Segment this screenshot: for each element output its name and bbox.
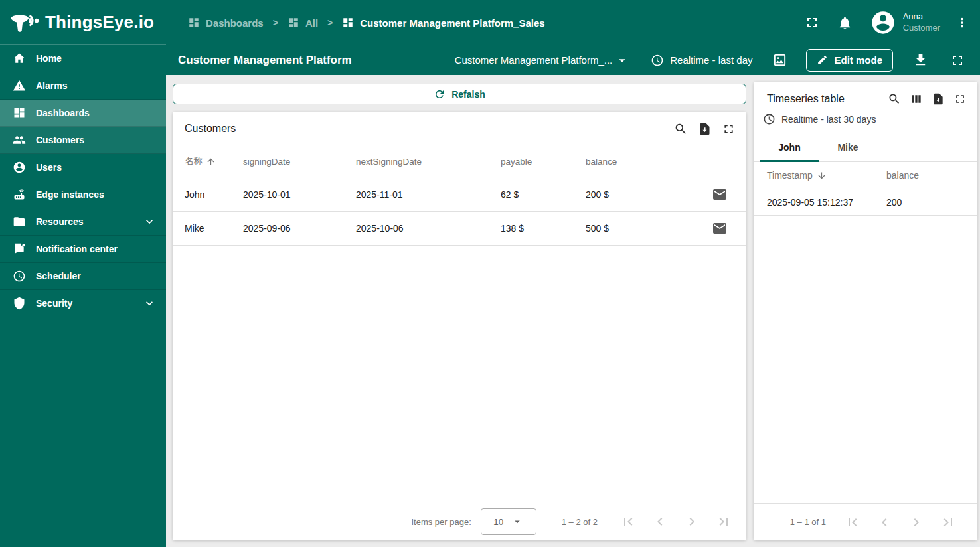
widget-fullscreen-icon[interactable] [722,122,736,136]
export-file-icon[interactable] [932,92,945,106]
sidebar-item-scheduler[interactable]: Scheduler [0,263,166,290]
widget-fullscreen-icon[interactable] [953,92,967,106]
widget-actions [674,122,736,136]
sidebar-item-dashboards[interactable]: Dashboards [0,100,166,127]
column-header-signing-date[interactable]: signingDate [243,157,356,167]
cell-payable: 62 $ [501,189,586,200]
first-page-icon[interactable] [845,514,860,530]
column-header-balance[interactable]: balance [586,157,685,167]
cell-timestamp: 2025-09-05 15:12:37 [767,197,886,208]
people-icon [13,133,26,147]
refresh-icon [434,88,446,100]
thingseye-logo-icon [9,11,39,35]
user-name: Anna [903,11,940,23]
last-page-icon[interactable] [716,514,732,530]
table-header-row: 名称 signingDate nextSigningDate payable b… [173,146,746,177]
sidebar-item-notification-center[interactable]: Notification center [0,236,166,263]
clock-icon [651,54,664,67]
breadcrumb-separator: > [273,17,278,28]
search-icon[interactable] [674,122,688,136]
dashboard-canvas: Refalsh Customers [166,75,980,547]
fullscreen-icon[interactable] [804,15,820,31]
paginator-nav [620,514,732,530]
customers-table-widget: Customers 名称 si [173,112,746,540]
next-page-icon[interactable] [908,514,924,530]
sidebar-item-alarms[interactable]: Alarms [0,72,166,100]
widget-title: Customers [185,123,236,135]
sidebar-item-users[interactable]: Users [0,154,166,181]
cell-name: Mike [173,223,243,234]
table-row[interactable]: Mike 2025-09-06 2025-10-06 138 $ 500 $ [173,211,746,246]
column-header-payable[interactable]: payable [501,157,586,167]
table-row[interactable]: 2025-09-05 15:12:37 200 [754,189,977,216]
dashboard-toolbar: Customer Management Platform Customer Ma… [166,45,980,75]
notifications-bell-icon[interactable] [837,15,853,31]
widget-header: Customers [173,112,746,146]
pencil-icon [817,54,828,66]
widget-header: Timeseries table [754,82,977,106]
email-icon[interactable] [712,220,728,236]
sidebar-item-edge-instances[interactable]: Edge instances [0,181,166,208]
dashboard-grid-icon [342,17,354,29]
prev-page-icon[interactable] [652,514,668,530]
page-range-label: 1 – 2 of 2 [562,517,598,527]
chevron-down-icon [143,215,156,228]
prev-page-icon[interactable] [876,514,892,530]
paginator: 1 – 1 of 1 [754,503,977,540]
more-vert-icon[interactable] [955,15,969,30]
breadcrumb: Dashboards > All > Customer Management P… [188,17,545,29]
dashboard-grid-icon [188,17,200,29]
column-header-timestamp[interactable]: Timestamp [767,170,886,181]
dashboard-title: Customer Management Platform [178,54,352,67]
page-size-select[interactable]: 10 [481,508,536,535]
folder-icon [13,215,26,228]
sidebar-item-customers[interactable]: Customers [0,127,166,154]
timeseries-table-widget: Timeseries table [754,82,977,540]
items-per-page-label: Items per page: [411,517,471,527]
first-page-icon[interactable] [620,514,636,530]
sidebar-item-home[interactable]: Home [0,45,166,72]
dashboard-fullscreen-icon[interactable] [949,52,965,68]
sidebar-item-resources[interactable]: Resources [0,208,166,236]
column-header-balance[interactable]: balance [886,170,977,181]
brand-name: ThingsEye.io [45,12,154,33]
breadcrumb-current-dashboard[interactable]: Customer Management Platform_Sales [342,17,544,29]
columns-icon[interactable] [910,92,923,106]
router-icon [13,188,26,201]
dashboard-grid-icon [13,106,26,119]
brand-logo[interactable]: ThingsEye.io [0,0,166,45]
next-page-icon[interactable] [684,514,700,530]
sidebar-item-security[interactable]: Security [0,290,166,317]
widget-title: Timeseries table [767,93,845,105]
clock-icon [763,113,776,125]
user-avatar[interactable] [870,9,896,36]
notification-center-icon [13,242,26,256]
page-range-label: 1 – 1 of 1 [790,517,826,527]
email-icon[interactable] [712,187,728,202]
widget-timewindow-selector[interactable]: Realtime - last 30 days [763,113,977,125]
export-file-icon[interactable] [698,122,712,136]
cell-payable: 138 $ [501,223,586,234]
dashboard-state-selector[interactable]: Customer Management Platform_... [455,53,630,68]
search-icon[interactable] [888,92,901,106]
cell-name: John [173,189,243,200]
download-icon[interactable] [913,52,928,68]
dropdown-caret-icon [511,516,523,528]
last-page-icon[interactable] [940,514,956,530]
user-role: Customer [903,23,940,34]
breadcrumb-dashboards[interactable]: Dashboards [188,17,264,29]
table-header-row: Timestamp balance [754,162,977,189]
refresh-button[interactable]: Refalsh [173,84,746,104]
table-row[interactable]: John 2025-10-01 2025-11-01 62 $ 200 $ [173,177,746,211]
column-header-next-signing-date[interactable]: nextSigningDate [356,157,501,167]
tab-mike[interactable]: Mike [819,133,877,161]
timewindow-selector[interactable]: Realtime - last day [651,54,752,67]
cell-next-signing-date: 2025-11-01 [356,189,501,200]
column-header-name[interactable]: 名称 [173,155,243,167]
dashboard-image-icon[interactable] [772,52,787,68]
tab-john[interactable]: John [760,133,819,161]
dashboard-grid-icon [287,17,299,29]
edit-mode-button[interactable]: Edit mode [806,49,893,72]
dropdown-caret-icon [615,53,629,68]
breadcrumb-all[interactable]: All [287,17,318,29]
